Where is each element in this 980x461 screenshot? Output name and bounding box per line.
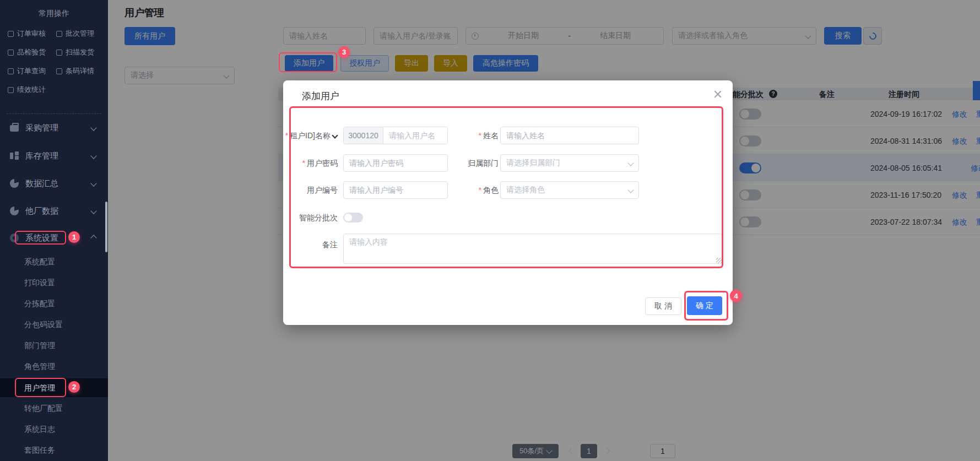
annotation-badge-step1: 1 [68, 231, 80, 243]
sidebar-item-image-task[interactable]: 套图任务 [0, 442, 108, 458]
shortcut-barcode-detail[interactable]: 条码详情 [56, 66, 94, 76]
shortcut-label: 扫描发货 [66, 47, 94, 57]
app-window: 常用操作 订单审核 批次管理 品检验货 扫描发货 订单查询 条码详情 绩效统计 [0, 0, 980, 461]
sidebar-scrollbar[interactable] [105, 202, 107, 252]
sidebar-item-user-management[interactable]: 用户管理 [0, 378, 108, 397]
shortcut-quality-check[interactable]: 品检验货 [8, 47, 46, 57]
chevron-down-icon [90, 153, 96, 159]
data-summary-pie-icon [10, 179, 19, 188]
sidebar-item-transfer-factory[interactable]: 转他厂配置 [0, 400, 108, 416]
tenant-label: *租户ID]名称 [283, 127, 331, 144]
sidebar-section-title: 常用操作 [0, 9, 108, 19]
smart-batch-modal-toggle[interactable] [343, 213, 363, 223]
performance-stats-icon [8, 87, 14, 93]
tenant-id-prefix: 3000120 [344, 127, 383, 144]
sidebar-item-system-config[interactable]: 系统配置 [0, 253, 108, 270]
name-label: *姓名 [448, 127, 499, 144]
sidebar-item-print-settings[interactable]: 打印设置 [0, 274, 108, 291]
shortcut-label: 条码详情 [66, 66, 94, 76]
user-no-input[interactable] [343, 181, 448, 199]
sidebar: 常用操作 订单审核 批次管理 品检验货 扫描发货 订单查询 条码详情 绩效统计 [0, 0, 108, 461]
cancel-button[interactable]: 取 消 [645, 297, 681, 315]
gear-icon [10, 234, 19, 242]
barcode-detail-icon [56, 68, 62, 74]
annotation-badge-step3: 3 [338, 46, 350, 58]
textarea-resize-icon[interactable] [716, 258, 722, 263]
tenant-select-caret-icon[interactable] [332, 132, 338, 138]
close-icon[interactable] [713, 89, 723, 99]
shortcut-batch-manage[interactable]: 批次管理 [56, 29, 94, 39]
sidebar-item-sorting-config[interactable]: 分拣配置 [0, 295, 108, 312]
menu-system-settings[interactable]: 系统设置 [0, 230, 108, 246]
menu-other-factory[interactable]: 他厂数据 [0, 203, 108, 219]
shortcut-order-query[interactable]: 订单查询 [8, 66, 46, 76]
menu-data-summary[interactable]: 数据汇总 [0, 175, 108, 192]
required-marker: * [302, 159, 305, 167]
role-select[interactable]: 请选择角色 [500, 181, 639, 199]
annotation-badge-step4: 4 [730, 290, 742, 302]
scan-ship-icon [56, 50, 62, 56]
required-marker: * [479, 186, 481, 194]
sidebar-item-department[interactable]: 部门管理 [0, 337, 108, 354]
department-select[interactable]: 请选择归属部门 [500, 154, 639, 172]
chevron-up-icon [90, 235, 96, 241]
menu-label: 系统设置 [25, 233, 58, 243]
sidebar-item-system-log[interactable]: 系统日志 [0, 421, 108, 437]
confirm-button[interactable]: 确 定 [687, 296, 722, 315]
role-label: *角色 [448, 181, 499, 199]
shortcut-label: 品检验货 [17, 47, 46, 57]
menu-inventory[interactable]: 库存管理 [0, 148, 108, 164]
remark-textarea[interactable] [343, 234, 722, 264]
remark-label: 备注 [283, 236, 338, 253]
sidebar-item-package-code[interactable]: 分包码设置 [0, 316, 108, 333]
annotation-badge-step2: 2 [68, 381, 80, 393]
chevron-down-icon [627, 187, 634, 193]
required-marker: * [285, 131, 288, 140]
shortcut-performance-stats[interactable]: 绩效统计 [8, 85, 46, 95]
add-user-dialog: 添加用户 *租户ID]名称 3000120 *姓名 *用户密码 归属部门 请选择… [283, 80, 733, 325]
shortcut-order-audit[interactable]: 订单审核 [8, 29, 46, 39]
role-placeholder: 请选择角色 [506, 185, 545, 195]
chevron-down-icon [90, 208, 96, 214]
purchase-icon [10, 125, 19, 132]
inventory-icon [10, 151, 19, 160]
department-label: 归属部门 [448, 154, 499, 172]
required-marker: * [479, 131, 481, 140]
password-label: *用户密码 [283, 154, 338, 172]
quality-check-icon [8, 50, 14, 56]
shortcut-label: 绩效统计 [17, 85, 46, 95]
order-audit-icon [8, 31, 14, 37]
shortcut-scan-ship[interactable]: 扫描发货 [56, 47, 94, 57]
user-no-label: 用户编号 [283, 181, 338, 199]
fullname-input[interactable] [500, 127, 639, 144]
shortcut-label: 批次管理 [66, 29, 94, 39]
menu-label: 他厂数据 [25, 206, 58, 216]
menu-label: 采购管理 [25, 123, 58, 133]
smart-batch-label: 智能分批次 [283, 209, 338, 226]
order-query-icon [8, 68, 14, 74]
menu-purchase[interactable]: 采购管理 [0, 120, 108, 136]
department-placeholder: 请选择归属部门 [506, 158, 560, 168]
chevron-down-icon [90, 124, 96, 131]
chevron-down-icon [627, 160, 634, 166]
tenant-input-group: 3000120 [343, 127, 448, 144]
menu-label: 数据汇总 [25, 178, 58, 189]
chevron-down-icon [90, 180, 96, 186]
batch-manage-icon [56, 31, 62, 37]
sidebar-divider [7, 113, 101, 114]
other-factory-pie-icon [10, 207, 19, 215]
sidebar-item-role[interactable]: 角色管理 [0, 358, 108, 375]
menu-label: 库存管理 [25, 151, 58, 161]
username-input[interactable] [383, 127, 447, 144]
shortcut-label: 订单审核 [17, 29, 46, 39]
dialog-title: 添加用户 [302, 90, 339, 102]
shortcut-label: 订单查询 [17, 66, 46, 76]
password-input[interactable] [343, 154, 448, 172]
